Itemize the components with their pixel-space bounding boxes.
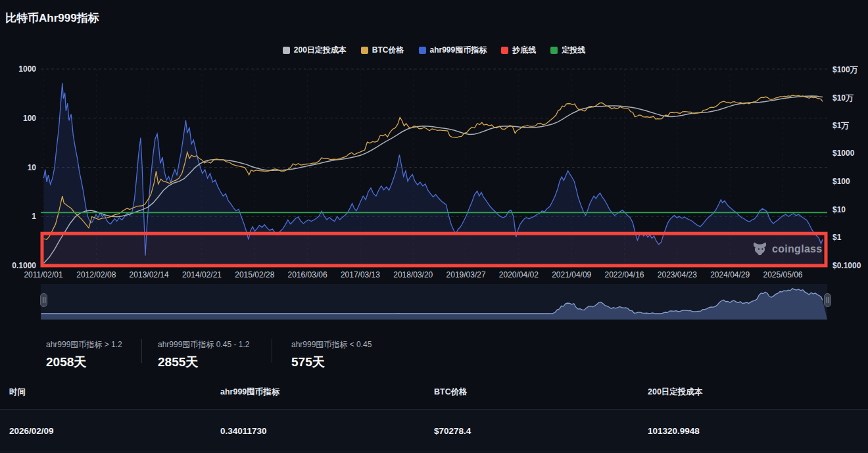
x-axis-label: 2011/02/01: [14, 270, 73, 279]
ahr999-chart-page: 比特币Ahr999指标 200日定投成本BTC价格ahr999囤币指标抄底线定投…: [0, 0, 868, 453]
x-axis-label: 2018/03/20: [383, 270, 443, 279]
table-header-cell: 200日定投成本: [648, 387, 868, 398]
x-axis-label: 2023/04/23: [648, 270, 707, 279]
table-body: 2026/02/090.34011730$70278.4101320.9948: [0, 410, 868, 452]
navigator[interactable]: [41, 284, 827, 320]
stat-card: ahr999囤币指标 > 1.22058天: [46, 339, 122, 371]
legend-swatch: [550, 47, 558, 54]
data-table: 时间ahr999囤币指标BTC价格200日定投成本 2026/02/090.34…: [0, 375, 868, 452]
stats-divider: [141, 339, 142, 363]
table-cell: 101320.9948: [648, 426, 868, 436]
stat-label: ahr999囤币指标 < 0.45: [291, 339, 372, 350]
stat-card: ahr999囤币指标 0.45 - 1.22855天: [158, 339, 249, 371]
navigator-handle-right[interactable]: [824, 293, 831, 307]
x-axis-label: 2021/04/09: [542, 270, 601, 279]
x-axis-label: 2012/02/08: [66, 270, 126, 279]
x-axis-label: 2015/02/28: [225, 270, 284, 279]
y-axis-left-label: 10: [28, 163, 36, 172]
x-axis-label: 2025/05/06: [753, 270, 812, 279]
x-axis-label: 2014/02/21: [172, 270, 231, 279]
stat-card: ahr999囤币指标 < 0.45575天: [291, 339, 372, 371]
y-axis-right-label: $10: [832, 205, 846, 214]
coinglass-watermark-text: coinglass: [772, 243, 823, 255]
navigator-area: [41, 289, 827, 320]
table-cell: 2026/02/09: [9, 426, 220, 436]
table-row: 2026/02/090.34011730$70278.4101320.9948: [0, 410, 868, 452]
stats-row: ahr999囤币指标 > 1.22058天ahr999囤币指标 0.45 - 1…: [0, 335, 868, 371]
x-axis-label: 2017/03/13: [331, 270, 390, 279]
y-axis-left-label: 0.1000: [12, 261, 36, 270]
x-axis-label: 2016/03/06: [278, 270, 337, 279]
legend-item-定投线[interactable]: 定投线: [550, 45, 585, 56]
x-axis-label: 2024/04/29: [700, 270, 760, 279]
navigator-chart[interactable]: [41, 284, 827, 320]
x-axis-label: 2022/04/16: [595, 270, 654, 279]
stats-divider: [272, 339, 272, 363]
legend-swatch: [283, 47, 290, 54]
table-header-row: 时间ahr999囤币指标BTC价格200日定投成本: [0, 375, 868, 410]
stat-value: 2058天: [46, 354, 122, 371]
legend-label: BTC价格: [372, 45, 404, 56]
stat-value: 575天: [291, 354, 372, 371]
table-header-cell: BTC价格: [434, 387, 648, 398]
main-chart[interactable]: [0, 62, 868, 284]
table-cell: $70278.4: [434, 426, 648, 436]
y-axis-left-label: 100: [23, 114, 36, 123]
coinglass-logo-icon: [752, 241, 767, 256]
legend-item-ahr999囤币指标[interactable]: ahr999囤币指标: [419, 45, 487, 56]
y-axis-left-label: 1: [32, 212, 36, 221]
y-axis-right-label: $0.1000: [832, 261, 861, 270]
chart-legend: 200日定投成本BTC价格ahr999囤币指标抄底线定投线: [0, 45, 868, 56]
legend-item-200日定投成本[interactable]: 200日定投成本: [283, 45, 347, 56]
x-axis-label: 2020/04/02: [489, 270, 548, 279]
legend-item-BTC价格[interactable]: BTC价格: [361, 45, 404, 56]
y-axis-right-label: $10万: [832, 93, 854, 104]
legend-label: 抄底线: [512, 45, 536, 56]
coinglass-watermark: coinglass: [752, 241, 823, 256]
y-axis-right-label: $1000: [832, 149, 854, 158]
stat-value: 2855天: [158, 354, 249, 371]
y-axis-right-label: $100: [832, 177, 850, 186]
legend-item-抄底线[interactable]: 抄底线: [501, 45, 536, 56]
legend-label: 定投线: [562, 45, 585, 56]
stat-label: ahr999囤币指标 > 1.2: [46, 339, 122, 350]
table-cell: 0.34011730: [220, 426, 434, 436]
legend-swatch: [361, 47, 368, 54]
legend-label: ahr999囤币指标: [430, 45, 487, 56]
y-axis-right-label: $100万: [832, 64, 858, 76]
navigator-handle-left[interactable]: [40, 293, 47, 307]
x-axis-label: 2019/03/27: [437, 270, 496, 279]
legend-swatch: [419, 47, 426, 54]
y-axis-right-label: $1: [832, 233, 841, 242]
bottom-zone-box: [42, 233, 826, 266]
table-header-cell: ahr999囤币指标: [220, 387, 434, 398]
legend-swatch: [501, 47, 508, 54]
y-axis-right-label: $1万: [832, 120, 849, 131]
table-header-cell: 时间: [9, 387, 220, 398]
stat-label: ahr999囤币指标 0.45 - 1.2: [158, 339, 249, 350]
y-axis-left-label: 1000: [18, 64, 36, 74]
legend-label: 200日定投成本: [294, 45, 347, 56]
x-axis-label: 2013/02/14: [120, 270, 179, 279]
page-title: 比特币Ahr999指标: [5, 11, 99, 26]
